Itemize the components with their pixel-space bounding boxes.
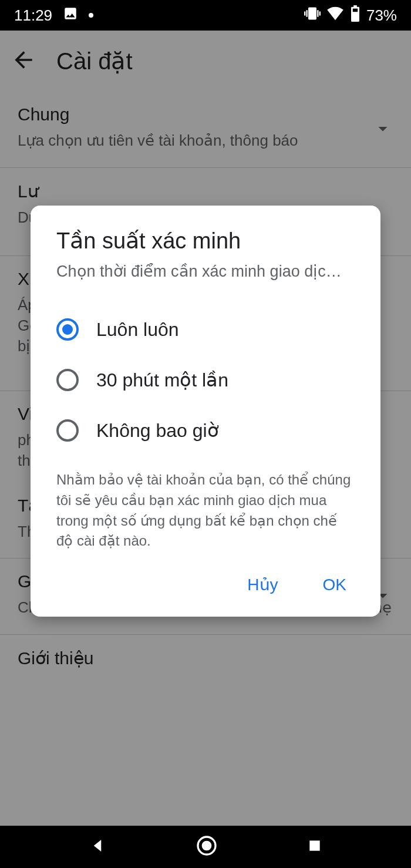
dialog-title: Tần suất xác minh — [56, 228, 355, 254]
radio-option-always[interactable]: Luôn luôn — [56, 304, 355, 355]
radio-icon — [56, 369, 79, 391]
image-icon — [63, 6, 78, 25]
battery-icon — [350, 5, 361, 26]
wifi-icon — [326, 5, 344, 26]
radio-label: Không bao giờ — [96, 419, 219, 442]
radio-option-30min[interactable]: 30 phút một lần — [56, 355, 355, 405]
radio-option-never[interactable]: Không bao giờ — [56, 405, 355, 456]
status-time: 11:29 — [14, 6, 52, 25]
nav-recent-button[interactable] — [307, 838, 322, 856]
radio-icon — [56, 318, 79, 341]
vibrate-icon — [304, 5, 321, 26]
svg-rect-2 — [309, 840, 319, 850]
ok-button[interactable]: OK — [319, 569, 350, 600]
radio-icon — [56, 419, 79, 442]
dialog-actions: Hủy OK — [56, 561, 355, 604]
radio-label: Luôn luôn — [96, 319, 179, 341]
dialog-note: Nhằm bảo vệ tài khoản của bạn, có thể ch… — [56, 470, 355, 551]
nav-back-button[interactable] — [89, 837, 106, 857]
dialog-subtitle: Chọn thời điểm cần xác minh giao dịc… — [56, 262, 355, 281]
svg-point-1 — [202, 841, 212, 851]
battery-percent: 73% — [366, 6, 397, 25]
cancel-button[interactable]: Hủy — [244, 569, 281, 600]
notification-dot-icon — [89, 13, 93, 18]
status-bar: 11:29 73% — [0, 0, 411, 31]
navigation-bar — [0, 826, 411, 868]
radio-label: 30 phút một lần — [96, 369, 228, 391]
nav-home-button[interactable] — [195, 834, 218, 860]
verification-frequency-dialog: Tần suất xác minh Chọn thời điểm cần xác… — [31, 206, 380, 617]
